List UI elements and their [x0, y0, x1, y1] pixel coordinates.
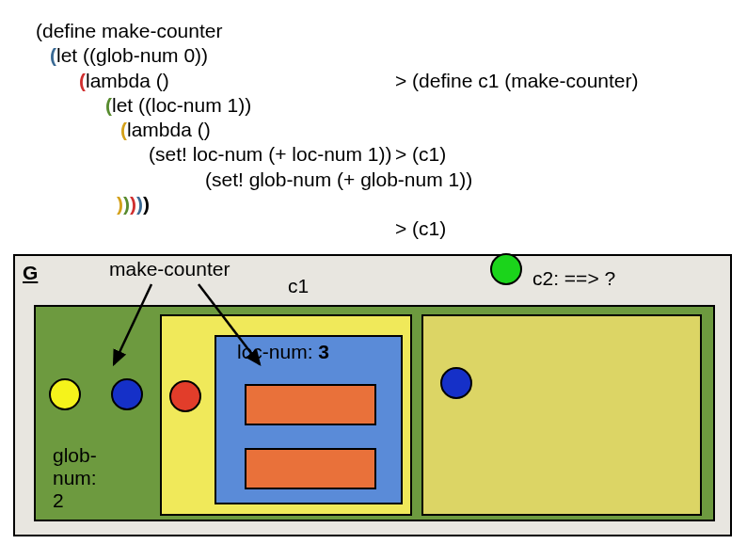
call-frame-orange [245, 384, 376, 425]
c2-label: c2: ==> ? [532, 267, 615, 290]
c1-label: c1 [288, 275, 309, 297]
repl-line: > (define c1 (make-counter) [395, 69, 639, 93]
closure-green-icon [490, 253, 522, 285]
paren-open-yellow: ( [120, 119, 127, 140]
env-frame-yellow-right [421, 314, 702, 516]
repl-line: > (c1) [395, 142, 639, 167]
paren-open-blue: ( [50, 44, 56, 66]
paren-close-red: ) [130, 193, 136, 215]
global-frame-label: G [23, 262, 38, 284]
paren-close-yellow: ) [117, 193, 123, 215]
make-counter-label: make-counter [109, 258, 230, 280]
closure-red-icon [169, 380, 201, 412]
loc-num-value: 3 [318, 341, 329, 362]
global-frame: G make-counter c1 c2: ==> ? glob- num: 2… [13, 254, 732, 536]
env-frame-green: glob- num: 2 loc-num: 3 [34, 305, 715, 521]
paren-open-green: ( [105, 94, 112, 116]
closure-blue-icon [440, 367, 472, 399]
paren-open-red: ( [79, 70, 86, 91]
loc-num-binding: loc-num: 3 [237, 341, 329, 363]
closure-yellow-icon [49, 378, 81, 410]
env-frame-blue: loc-num: 3 [215, 335, 403, 504]
paren-close-black: ) [143, 193, 150, 215]
repl-line: > (c1) [395, 216, 639, 241]
closure-blue-icon [111, 378, 143, 410]
paren-close-green: ) [123, 193, 130, 215]
env-frame-yellow-left: loc-num: 3 [160, 314, 412, 516]
glob-num-binding: glob- num: 2 [53, 444, 97, 512]
paren-close-blue: ) [136, 193, 143, 215]
environment-diagram: G make-counter c1 c2: ==> ? glob- num: 2… [13, 254, 732, 536]
call-frame-orange [245, 448, 376, 489]
